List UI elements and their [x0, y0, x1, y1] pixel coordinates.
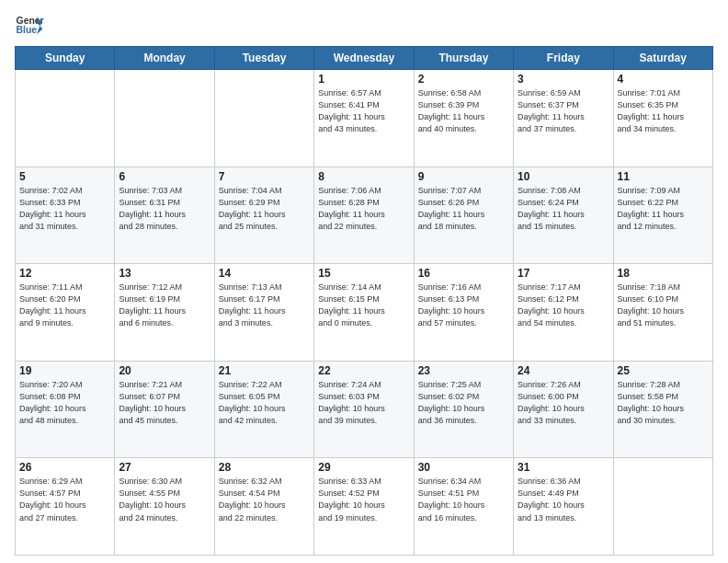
day-number: 5 — [19, 170, 110, 183]
calendar-cell: 9Sunrise: 7:07 AM Sunset: 6:26 PM Daylig… — [414, 167, 513, 264]
cell-info: Sunrise: 7:22 AM Sunset: 6:05 PM Dayligh… — [219, 379, 310, 427]
day-number: 17 — [518, 267, 609, 280]
day-number: 18 — [618, 267, 709, 280]
day-number: 14 — [219, 267, 310, 280]
calendar-cell — [16, 70, 115, 167]
day-number: 22 — [318, 364, 409, 377]
week-row-4: 19Sunrise: 7:20 AM Sunset: 6:08 PM Dayli… — [16, 361, 713, 458]
calendar-cell: 3Sunrise: 6:59 AM Sunset: 6:37 PM Daylig… — [514, 70, 613, 167]
day-number: 12 — [19, 267, 110, 280]
day-number: 7 — [219, 170, 310, 183]
day-number: 24 — [518, 364, 609, 377]
week-row-1: 1Sunrise: 6:57 AM Sunset: 6:41 PM Daylig… — [16, 70, 713, 167]
weekday-tuesday: Tuesday — [214, 47, 313, 70]
cell-info: Sunrise: 7:21 AM Sunset: 6:07 PM Dayligh… — [119, 379, 210, 427]
cell-info: Sunrise: 6:32 AM Sunset: 4:54 PM Dayligh… — [219, 476, 310, 523]
calendar-cell: 12Sunrise: 7:11 AM Sunset: 6:20 PM Dayli… — [16, 264, 115, 362]
cell-info: Sunrise: 6:58 AM Sunset: 6:39 PM Dayligh… — [418, 87, 509, 135]
day-number: 20 — [119, 364, 210, 377]
calendar-cell — [613, 458, 712, 556]
day-number: 15 — [318, 267, 409, 280]
cell-info: Sunrise: 7:07 AM Sunset: 6:26 PM Dayligh… — [418, 185, 509, 233]
cell-info: Sunrise: 7:24 AM Sunset: 6:03 PM Dayligh… — [318, 379, 409, 427]
cell-info: Sunrise: 7:03 AM Sunset: 6:31 PM Dayligh… — [119, 185, 210, 233]
cell-info: Sunrise: 7:12 AM Sunset: 6:19 PM Dayligh… — [119, 282, 210, 329]
day-number: 9 — [418, 170, 509, 183]
calendar-cell: 8Sunrise: 7:06 AM Sunset: 6:28 PM Daylig… — [314, 167, 414, 264]
calendar-cell: 4Sunrise: 7:01 AM Sunset: 6:35 PM Daylig… — [613, 70, 712, 167]
week-row-5: 26Sunrise: 6:29 AM Sunset: 4:57 PM Dayli… — [16, 458, 713, 556]
day-number: 27 — [119, 461, 210, 474]
calendar-cell — [214, 70, 313, 167]
cell-info: Sunrise: 7:13 AM Sunset: 6:17 PM Dayligh… — [219, 282, 310, 329]
weekday-friday: Friday — [514, 47, 613, 70]
calendar-cell: 30Sunrise: 6:34 AM Sunset: 4:51 PM Dayli… — [414, 458, 513, 556]
calendar-cell: 18Sunrise: 7:18 AM Sunset: 6:10 PM Dayli… — [613, 264, 712, 362]
day-number: 23 — [418, 364, 509, 377]
calendar-cell: 24Sunrise: 7:26 AM Sunset: 6:00 PM Dayli… — [514, 361, 613, 458]
calendar-cell: 7Sunrise: 7:04 AM Sunset: 6:29 PM Daylig… — [214, 167, 313, 264]
cell-info: Sunrise: 6:59 AM Sunset: 6:37 PM Dayligh… — [518, 87, 609, 135]
weekday-header-row: SundayMondayTuesdayWednesdayThursdayFrid… — [16, 47, 713, 70]
day-number: 6 — [119, 170, 210, 183]
calendar-cell: 2Sunrise: 6:58 AM Sunset: 6:39 PM Daylig… — [414, 70, 513, 167]
cell-info: Sunrise: 7:14 AM Sunset: 6:15 PM Dayligh… — [318, 282, 409, 329]
day-number: 8 — [318, 170, 409, 183]
calendar-cell: 1Sunrise: 6:57 AM Sunset: 6:41 PM Daylig… — [314, 70, 414, 167]
weekday-monday: Monday — [115, 47, 214, 70]
cell-info: Sunrise: 7:11 AM Sunset: 6:20 PM Dayligh… — [19, 282, 110, 329]
week-row-2: 5Sunrise: 7:02 AM Sunset: 6:33 PM Daylig… — [16, 167, 713, 264]
day-number: 3 — [518, 73, 609, 86]
calendar-table: SundayMondayTuesdayWednesdayThursdayFrid… — [15, 46, 713, 556]
header: General Blue — [15, 11, 713, 40]
calendar-cell: 20Sunrise: 7:21 AM Sunset: 6:07 PM Dayli… — [115, 361, 214, 458]
calendar-cell: 22Sunrise: 7:24 AM Sunset: 6:03 PM Dayli… — [314, 361, 414, 458]
cell-info: Sunrise: 6:57 AM Sunset: 6:41 PM Dayligh… — [318, 87, 409, 135]
calendar-cell: 16Sunrise: 7:16 AM Sunset: 6:13 PM Dayli… — [414, 264, 513, 362]
calendar-cell: 27Sunrise: 6:30 AM Sunset: 4:55 PM Dayli… — [115, 458, 214, 556]
calendar-cell: 29Sunrise: 6:33 AM Sunset: 4:52 PM Dayli… — [314, 458, 414, 556]
calendar-header: SundayMondayTuesdayWednesdayThursdayFrid… — [16, 47, 713, 70]
cell-info: Sunrise: 7:04 AM Sunset: 6:29 PM Dayligh… — [219, 185, 310, 233]
week-row-3: 12Sunrise: 7:11 AM Sunset: 6:20 PM Dayli… — [16, 264, 713, 362]
calendar-cell: 10Sunrise: 7:08 AM Sunset: 6:24 PM Dayli… — [514, 167, 613, 264]
logo-icon: General Blue — [15, 11, 44, 40]
day-number: 28 — [219, 461, 310, 474]
day-number: 25 — [618, 364, 709, 377]
cell-info: Sunrise: 7:06 AM Sunset: 6:28 PM Dayligh… — [318, 185, 409, 233]
logo: General Blue — [15, 11, 44, 40]
day-number: 16 — [418, 267, 509, 280]
calendar-body: 1Sunrise: 6:57 AM Sunset: 6:41 PM Daylig… — [16, 70, 713, 556]
svg-text:Blue: Blue — [17, 25, 38, 35]
calendar-cell: 13Sunrise: 7:12 AM Sunset: 6:19 PM Dayli… — [115, 264, 214, 362]
day-number: 4 — [618, 73, 709, 86]
cell-info: Sunrise: 6:29 AM Sunset: 4:57 PM Dayligh… — [19, 476, 110, 523]
day-number: 26 — [19, 461, 110, 474]
cell-info: Sunrise: 7:02 AM Sunset: 6:33 PM Dayligh… — [19, 185, 110, 233]
calendar-cell: 17Sunrise: 7:17 AM Sunset: 6:12 PM Dayli… — [514, 264, 613, 362]
cell-info: Sunrise: 7:01 AM Sunset: 6:35 PM Dayligh… — [618, 87, 709, 135]
day-number: 21 — [219, 364, 310, 377]
calendar-cell: 23Sunrise: 7:25 AM Sunset: 6:02 PM Dayli… — [414, 361, 513, 458]
cell-info: Sunrise: 7:28 AM Sunset: 5:58 PM Dayligh… — [618, 379, 709, 427]
cell-info: Sunrise: 7:08 AM Sunset: 6:24 PM Dayligh… — [518, 185, 609, 233]
cell-info: Sunrise: 7:18 AM Sunset: 6:10 PM Dayligh… — [618, 282, 709, 329]
day-number: 19 — [19, 364, 110, 377]
cell-info: Sunrise: 7:26 AM Sunset: 6:00 PM Dayligh… — [518, 379, 609, 427]
calendar-cell: 26Sunrise: 6:29 AM Sunset: 4:57 PM Dayli… — [16, 458, 115, 556]
cell-info: Sunrise: 7:25 AM Sunset: 6:02 PM Dayligh… — [418, 379, 509, 427]
cell-info: Sunrise: 6:33 AM Sunset: 4:52 PM Dayligh… — [318, 476, 409, 523]
calendar-cell: 28Sunrise: 6:32 AM Sunset: 4:54 PM Dayli… — [214, 458, 313, 556]
weekday-saturday: Saturday — [613, 47, 712, 70]
calendar-cell: 14Sunrise: 7:13 AM Sunset: 6:17 PM Dayli… — [214, 264, 313, 362]
cell-info: Sunrise: 7:16 AM Sunset: 6:13 PM Dayligh… — [418, 282, 509, 329]
cell-info: Sunrise: 6:34 AM Sunset: 4:51 PM Dayligh… — [418, 476, 509, 523]
calendar-cell: 19Sunrise: 7:20 AM Sunset: 6:08 PM Dayli… — [16, 361, 115, 458]
page: General Blue SundayMondayTuesdayWednesda… — [0, 0, 728, 563]
day-number: 10 — [518, 170, 609, 183]
weekday-wednesday: Wednesday — [314, 47, 414, 70]
calendar-cell: 5Sunrise: 7:02 AM Sunset: 6:33 PM Daylig… — [16, 167, 115, 264]
cell-info: Sunrise: 7:17 AM Sunset: 6:12 PM Dayligh… — [518, 282, 609, 329]
calendar-cell: 21Sunrise: 7:22 AM Sunset: 6:05 PM Dayli… — [214, 361, 313, 458]
cell-info: Sunrise: 6:36 AM Sunset: 4:49 PM Dayligh… — [518, 476, 609, 523]
